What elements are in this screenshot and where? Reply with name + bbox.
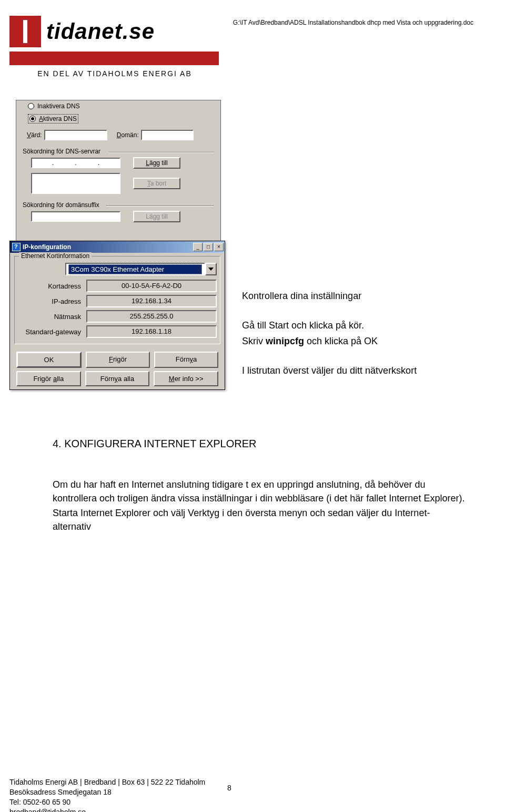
ethernet-groupbox: Ethernet Kortinformation 3Com 3C90x Ethe… [14, 256, 220, 344]
groupbox-title: Ethernet Kortinformation [19, 252, 92, 260]
p-listrutan: I listrutan överst väljer du ditt nätver… [242, 364, 468, 377]
vard-input[interactable] [44, 130, 107, 140]
p-starta-ie: Starta Internet Explorer och välj Verkty… [53, 506, 468, 533]
logo-tagline: EN DEL AV TIDAHOLMS ENERGI AB [9, 69, 220, 78]
doman-input[interactable] [141, 130, 194, 140]
adapter-selected: 3Com 3C90x Ethernet Adapter [68, 264, 202, 274]
ip-konfiguration-dialog: IP-konfiguration _ □ × Ethernet Kortinfo… [9, 241, 225, 390]
natmask-value: 255.255.255.0 [86, 310, 217, 323]
suffix-input[interactable] [31, 211, 120, 222]
radio-inaktivera-dns[interactable]: Inaktivera DNS [28, 102, 220, 110]
vard-label: Värd: [27, 131, 42, 139]
fornya-alla-button[interactable]: Förnya alla [85, 371, 150, 386]
window-title: IP-konfiguration [23, 243, 192, 251]
logo-mark-icon [9, 16, 41, 47]
p-ga-till-start: Gå till Start och klicka på kör. [242, 318, 468, 332]
maximize-button[interactable]: □ [204, 243, 213, 251]
radio-label: Aktivera DNS [39, 115, 77, 122]
natmask-label: Nätmask [18, 313, 86, 321]
radio-icon [28, 103, 34, 109]
footer-line2: Besöksadress Smedjegatan 18 [9, 787, 205, 797]
sokordning-suffix-label: Sökordning för domänsuffix [23, 201, 220, 209]
chevron-down-icon [205, 263, 217, 275]
radio-aktivera-dns[interactable]: Aktivera DNS [28, 114, 78, 124]
frigor-button[interactable]: Frigör [86, 352, 150, 368]
dot: . [52, 159, 54, 167]
dot: . [75, 159, 76, 167]
logo-bar [9, 52, 219, 65]
footer-line4: bredband@tidaholm.se [9, 807, 205, 812]
sokordning-dns-label: Sökordning för DNS-servrar [23, 148, 220, 155]
dns-ip-input[interactable]: . . . [31, 158, 120, 168]
ipadress-label: IP-adress [18, 297, 86, 305]
document-page: G:\IT Avd\Bredband\ADSL Installationshan… [0, 16, 505, 812]
lagg-till-suffix-button[interactable]: Lägg till [133, 211, 180, 222]
radio-icon [29, 116, 36, 122]
mer-info-button[interactable]: Mer info >> [154, 371, 218, 386]
kortadress-value: 00-10-5A-F6-A2-D0 [86, 280, 217, 292]
logo-brand-text: tidanet.se [46, 19, 155, 44]
minimize-button[interactable]: _ [193, 243, 203, 251]
gateway-label: Standard-gateway [18, 328, 86, 336]
section-heading: 4. KONFIGURERA INTERNET EXPLORER [53, 436, 468, 451]
ok-button[interactable]: OK [16, 352, 82, 368]
file-path-header: G:\IT Avd\Bredband\ADSL Installationshan… [233, 19, 473, 26]
gateway-value: 192.168.1.18 [86, 325, 217, 338]
lagg-till-button[interactable]: Lägg till [133, 157, 180, 169]
dns-list[interactable] [31, 173, 120, 194]
close-button[interactable]: × [214, 243, 224, 251]
logo-block: tidanet.se EN DEL AV TIDAHOLMS ENERGI AB [9, 16, 220, 78]
footer-line1: Tidaholms Energi AB | Bredband | Box 63 … [9, 777, 205, 787]
adapter-dropdown[interactable]: 3Com 3C90x Ethernet Adapter [65, 263, 217, 275]
app-icon [12, 243, 21, 251]
ta-bort-button[interactable]: Ta bort [133, 178, 180, 189]
p-om-du-har-haft: Om du har haft en Internet anslutning ti… [53, 478, 468, 505]
footer-block: Tidaholms Energi AB | Bredband | Box 63 … [9, 777, 205, 812]
dns-config-dialog: Inaktivera DNS Aktivera DNS Värd: Domän:… [16, 100, 221, 242]
ipadress-value: 192.168.1.34 [86, 295, 217, 307]
p-kontrollera: Kontrollera dina inställningar [242, 289, 468, 303]
doman-label: Domän: [117, 131, 139, 139]
titlebar: IP-konfiguration _ □ × [10, 241, 225, 253]
footer-line3: Tel: 0502-60 65 90 [9, 797, 205, 807]
fornya-button[interactable]: Förnya [154, 352, 218, 368]
page-number: 8 [227, 784, 231, 792]
radio-label: Inaktivera DNS [37, 102, 80, 110]
p-skriv-winipcfg: Skriv winipcfg och klicka på OK [242, 334, 468, 348]
dot: . [98, 159, 99, 167]
frigor-alla-button[interactable]: Frigör alla [16, 371, 81, 386]
kortadress-label: Kortadress [18, 282, 86, 290]
